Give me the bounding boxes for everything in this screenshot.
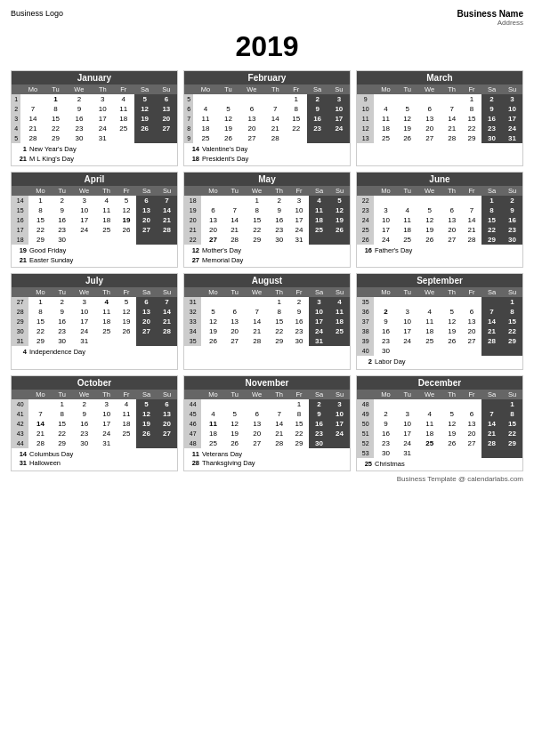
weekday-header: Mo: [28, 287, 52, 297]
table-row: 492345678: [357, 409, 522, 419]
weekday: [117, 336, 136, 346]
holiday-name: Halloween: [29, 459, 61, 469]
weekend-day: 1: [481, 196, 502, 205]
weekend-day: 30: [502, 235, 522, 245]
week-number: 39: [357, 336, 374, 346]
weekday: 4: [398, 205, 417, 215]
weekend-day: [307, 133, 328, 143]
holiday-day: 4: [14, 348, 27, 358]
weekday: 4: [417, 307, 442, 317]
table-row: 379101112131415: [357, 317, 522, 326]
weekday: 13: [462, 419, 481, 429]
weekday: 26: [117, 326, 136, 336]
weekend-day: 12: [136, 409, 157, 419]
weekend-day: [157, 336, 177, 346]
wk-header: [184, 84, 193, 94]
weekday: 17: [374, 225, 397, 235]
week-number: 28: [12, 307, 28, 317]
week-number: 1: [12, 94, 20, 104]
weekend-header: Sa: [136, 287, 157, 297]
weekday: 24: [374, 235, 397, 245]
table-row: 1615161718192021: [12, 215, 177, 225]
weekend-header: Sa: [309, 390, 329, 399]
weekday-header: Th: [93, 84, 113, 94]
weekday: 15: [462, 114, 481, 124]
week-number: 6: [184, 104, 193, 114]
weekend-day: 11: [309, 205, 329, 215]
weekday: 17: [289, 215, 309, 225]
holidays-list: 4Independence Day: [12, 346, 177, 359]
table-row: MoTuWeThFrSaSu: [357, 186, 522, 196]
weekday: 2: [66, 94, 92, 104]
month-block-july: JulyMoTuWeThFrSaSu2712345672889101112131…: [11, 273, 178, 370]
weekday: [374, 196, 397, 205]
weekday: 26: [201, 336, 224, 346]
weekday-header: Fr: [289, 287, 309, 297]
weekday: 10: [93, 104, 113, 114]
calendar-table: MoTuWeThFrSaSu22122334567892410111213141…: [357, 186, 522, 245]
table-row: 2212: [357, 196, 522, 205]
holiday-name: Memorial Day: [202, 256, 243, 266]
weekday: 22: [28, 225, 52, 235]
weekday-header: We: [66, 84, 92, 94]
weekend-day: 18: [309, 215, 329, 225]
weekend-day: 28: [481, 336, 502, 346]
weekday: [417, 297, 442, 307]
weekday: [20, 94, 44, 104]
weekend-day: 9: [502, 205, 522, 215]
weekday: 1: [28, 196, 52, 205]
table-row: 481: [357, 399, 522, 409]
holiday-item: 11Veterans Day: [187, 450, 347, 460]
weekend-day: [329, 336, 350, 346]
month-block-march: MarchMoTuWeThFrSaSu912310456789101111121…: [356, 70, 523, 166]
weekday: [398, 94, 417, 104]
wk-header: [357, 390, 374, 399]
holiday-item: 27Memorial Day: [187, 256, 347, 266]
weekday-header: Mo: [374, 287, 397, 297]
weekend-day: 8: [502, 409, 522, 419]
holiday-name: Father's Day: [375, 246, 412, 256]
week-number: 48: [184, 438, 201, 448]
table-row: 2013141516171819: [184, 215, 350, 225]
weekend-day: 16: [309, 419, 329, 429]
holiday-name: Mother's Day: [202, 246, 241, 256]
weekday-header: Th: [97, 186, 117, 196]
week-number: 3: [12, 114, 20, 124]
weekday: [113, 133, 134, 143]
weekday: 10: [398, 317, 417, 326]
weekday: 18: [97, 215, 117, 225]
weekend-day: 1: [502, 399, 522, 409]
holiday-item: 4Independence Day: [14, 348, 174, 358]
weekend-header: Su: [328, 84, 350, 94]
weekday: 9: [270, 205, 289, 215]
holiday-item: 12Mother's Day: [187, 246, 347, 256]
weekend-day: 19: [136, 419, 157, 429]
weekday: 19: [117, 215, 136, 225]
weekday: 15: [286, 114, 306, 124]
weekday: 14: [245, 317, 270, 326]
weekday-header: Th: [97, 390, 117, 399]
table-row: 421222324252627: [12, 124, 177, 133]
weekday: 11: [374, 114, 397, 124]
holiday-day: 14: [14, 450, 27, 460]
weekend-day: 6: [156, 94, 177, 104]
footer: Business Template @ calendarlabs.com: [11, 475, 523, 483]
weekday: 10: [97, 409, 117, 419]
business-info: Business Name Address: [457, 9, 523, 27]
weekend-day: 12: [134, 104, 156, 114]
week-number: 5: [184, 94, 193, 104]
weekday: 30: [289, 336, 309, 346]
table-row: 711121314151617: [184, 114, 350, 124]
week-number: 48: [357, 399, 374, 409]
weekday: 26: [417, 235, 442, 245]
weekday: 28: [28, 438, 52, 448]
weekend-day: 24: [328, 124, 350, 133]
weekend-day: 19: [134, 114, 156, 124]
week-number: 50: [357, 419, 374, 429]
weekday-header: Tu: [45, 84, 66, 94]
page: Business Logo Business Name Address 2019…: [0, 0, 534, 492]
weekend-day: 2: [309, 399, 329, 409]
weekday: 22: [245, 225, 270, 235]
weekday: 24: [289, 225, 309, 235]
weekday-header: Fr: [462, 390, 481, 399]
